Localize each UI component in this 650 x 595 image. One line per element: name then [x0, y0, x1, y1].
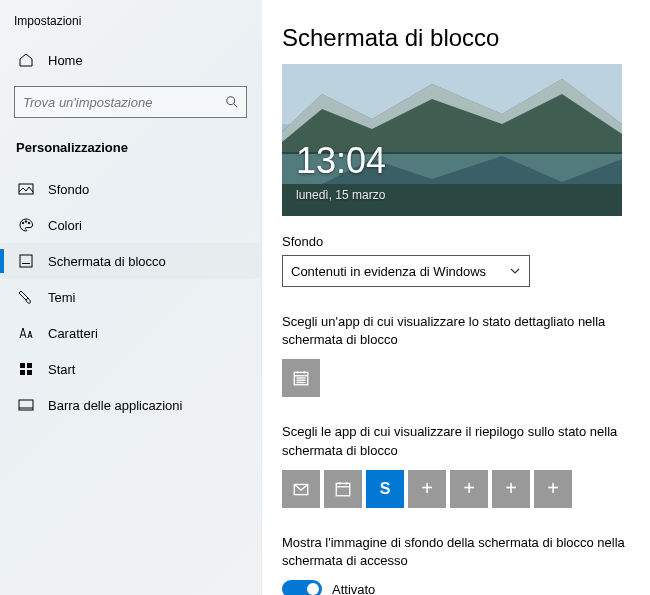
sidebar-item-label: Barra delle applicazioni: [48, 398, 182, 413]
quick-status-tile-calendar[interactable]: [324, 470, 362, 508]
lockscreen-icon: [18, 253, 34, 269]
svg-point-0: [227, 97, 235, 105]
nav-home[interactable]: Home: [0, 42, 261, 78]
sidebar-item-label: Schermata di blocco: [48, 254, 166, 269]
sidebar-item-label: Start: [48, 362, 75, 377]
svg-rect-9: [27, 363, 32, 368]
preview-date: lunedì, 15 marzo: [296, 188, 385, 202]
quick-status-tile-skype[interactable]: S: [366, 470, 404, 508]
home-icon: [18, 52, 34, 68]
themes-icon: [18, 289, 34, 305]
start-icon: [18, 361, 34, 377]
sidebar-item-background[interactable]: Sfondo: [0, 171, 261, 207]
sidebar-item-label: Colori: [48, 218, 82, 233]
svg-point-3: [22, 222, 24, 224]
chevron-down-icon: [509, 265, 521, 277]
dropdown-value: Contenuti in evidenza di Windows: [291, 264, 486, 279]
fonts-icon: [18, 325, 34, 341]
picture-icon: [18, 181, 34, 197]
search-wrap: [14, 86, 247, 118]
plus-icon: +: [547, 477, 559, 500]
preview-clock: 13:04: [296, 140, 386, 182]
svg-rect-8: [20, 363, 25, 368]
sidebar-item-label: Temi: [48, 290, 75, 305]
taskbar-icon: [18, 397, 34, 413]
search-input[interactable]: [14, 86, 247, 118]
plus-icon: +: [421, 477, 433, 500]
quick-status-tile-add-4[interactable]: +: [534, 470, 572, 508]
quick-status-tile-add-2[interactable]: +: [450, 470, 488, 508]
page-title: Schermata di blocco: [282, 24, 632, 52]
search-icon: [225, 95, 239, 109]
svg-rect-10: [20, 370, 25, 375]
sidebar-item-start[interactable]: Start: [0, 351, 261, 387]
section-label: Personalizzazione: [0, 126, 261, 165]
calendar-icon: [292, 369, 310, 387]
quick-status-tile-add-1[interactable]: +: [408, 470, 446, 508]
sidebar-item-fonts[interactable]: Caratteri: [0, 315, 261, 351]
nav-home-label: Home: [48, 53, 83, 68]
calendar-icon: [334, 480, 352, 498]
skype-icon: S: [380, 480, 391, 498]
toggle-state-label: Attivato: [332, 582, 375, 595]
signin-bg-label: Mostra l'immagine di sfondo della scherm…: [282, 534, 632, 570]
sidebar-item-themes[interactable]: Temi: [0, 279, 261, 315]
quick-status-label: Scegli le app di cui visualizzare il rie…: [282, 423, 632, 459]
quick-status-tile-add-3[interactable]: +: [492, 470, 530, 508]
svg-point-5: [28, 222, 30, 224]
sidebar-item-colors[interactable]: Colori: [0, 207, 261, 243]
sidebar-item-lockscreen[interactable]: Schermata di blocco: [0, 243, 261, 279]
plus-icon: +: [505, 477, 517, 500]
background-label: Sfondo: [282, 234, 632, 249]
svg-rect-29: [336, 483, 350, 495]
background-dropdown[interactable]: Contenuti in evidenza di Windows: [282, 255, 530, 287]
mail-icon: [292, 480, 310, 498]
detailed-status-app-tile[interactable]: [282, 359, 320, 397]
sidebar: Impostazioni Home Personalizzazione: [0, 0, 262, 595]
lockscreen-preview[interactable]: 13:04 lunedì, 15 marzo: [282, 64, 622, 216]
svg-rect-6: [20, 255, 32, 267]
palette-icon: [18, 217, 34, 233]
svg-point-4: [25, 221, 27, 223]
svg-line-1: [234, 104, 238, 108]
svg-rect-11: [27, 370, 32, 375]
sidebar-item-label: Caratteri: [48, 326, 98, 341]
sidebar-item-label: Sfondo: [48, 182, 89, 197]
quick-status-tile-mail[interactable]: [282, 470, 320, 508]
signin-bg-toggle[interactable]: [282, 580, 322, 595]
plus-icon: +: [463, 477, 475, 500]
window-title: Impostazioni: [0, 10, 261, 42]
main-content: Schermata di blocco 13:04 lunedì, 15 mar…: [262, 0, 650, 595]
svg-rect-7: [22, 263, 30, 264]
detailed-status-label: Scegli un'app di cui visualizzare lo sta…: [282, 313, 632, 349]
sidebar-item-taskbar[interactable]: Barra delle applicazioni: [0, 387, 261, 423]
